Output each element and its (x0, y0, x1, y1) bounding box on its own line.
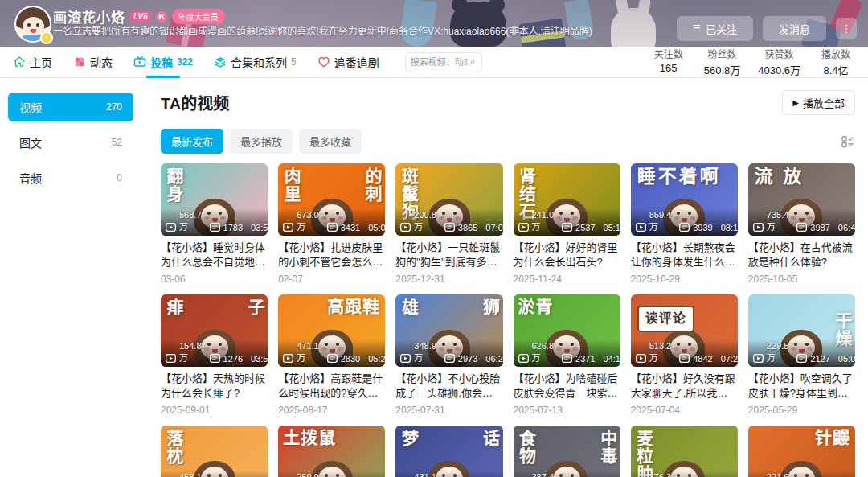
followed-button[interactable]: ☰ 已关注 (677, 16, 753, 41)
video-thumbnail[interactable]: 睡不着啊 859.4万 3939 08:14 (631, 163, 738, 236)
play-count: 458.1万 (179, 472, 202, 477)
sidebar-item-videos[interactable]: 视频 270 (8, 93, 133, 121)
video-thumbnail[interactable]: 梦 话 431.1万 5665 05:21 (395, 426, 502, 477)
video-title[interactable]: 【花小烙】好久没有跟大家聊天了,所以我们来读评论吧! (631, 372, 738, 401)
video-thumbnail[interactable]: 雄 狮 348.9万 2973 06:24 (395, 294, 502, 367)
search-input[interactable] (411, 57, 467, 67)
danmaku-count-icon (327, 223, 338, 232)
tab-uploads[interactable]: 投稿 322 (133, 47, 193, 78)
play-count-icon (400, 354, 411, 363)
video-card[interactable]: 睡不着啊 859.4万 3939 08:14 【花小烙】长期熬夜会让你的身体发生… (631, 163, 738, 285)
collections-count: 5 (291, 56, 297, 68)
video-thumbnail[interactable]: 土拨鼠 259.9万 2117 05:27 (278, 426, 385, 477)
tab-dynamics[interactable]: 动态 (73, 47, 113, 78)
video-thumbnail[interactable]: 落枕 458.1万 3598 04:26 (161, 426, 268, 477)
video-card[interactable]: 干燥 229.5万 2127 05:07 【花小烙】吹空调久了皮肤干燥?身体里到… (748, 294, 855, 416)
play-count: 387.4万 (532, 472, 555, 477)
video-card[interactable]: 梦 话 431.1万 5665 05:21 【花小烙】睡觉的时候为什么会突然说梦… (395, 426, 502, 477)
tab-home[interactable]: 主页 (13, 47, 52, 78)
video-thumbnail[interactable]: 针鼹 221.6万 1890 06:33 (748, 426, 855, 477)
video-thumbnail[interactable]: 肉里 的刺 673.0万 3431 05:09 (278, 163, 385, 236)
thumbnail-stats: 626.8万 2371 04:16 (514, 339, 620, 367)
more-options-button[interactable]: ⋮ (836, 18, 857, 39)
filter-newest[interactable]: 最新发布 (161, 129, 223, 154)
video-title[interactable]: 【花小烙】一只雄斑鬣狗的"狗生"到底有多惨? (395, 241, 502, 269)
video-title[interactable]: 【花小烙】长期熬夜会让你的身体发生什么改变? (631, 241, 738, 269)
sidebar-item-articles[interactable]: 图文 52 (8, 128, 133, 157)
video-card[interactable]: 麦粒肿 376.3万 1771 05:01 【花小烙】眼皮上为什么会突然长麦粒肿… (631, 426, 738, 477)
sidebar-item-audio[interactable]: 音频 0 (8, 163, 133, 192)
search-box[interactable]: ⌕ (405, 52, 482, 72)
filter-most-played[interactable]: 最多播放 (230, 129, 293, 154)
play-count: 221.6万 (767, 472, 789, 477)
video-duration: 04:16 (604, 354, 620, 364)
danmaku-count-icon (562, 354, 572, 363)
video-thumbnail[interactable]: 肾结石 241.0万 2537 05:12 (514, 163, 620, 236)
danmaku-count: 2537 (575, 223, 595, 232)
stat-following[interactable]: 关注数 165 (651, 47, 686, 77)
video-thumbnail[interactable]: 高跟鞋 471.1万 2830 05:22 (278, 294, 385, 367)
video-title[interactable]: 【花小烙】天热的时候为什么会长痱子? (161, 372, 268, 401)
video-date: 2025-09-01 (161, 405, 268, 416)
search-icon[interactable]: ⌕ (470, 56, 476, 68)
tab-collections[interactable]: 合集和系列 5 (214, 47, 297, 78)
video-card[interactable]: 痱 子 154.8万 1276 03:58 【花小烙】天热的时候为什么会长痱子?… (161, 294, 268, 416)
thumbnail-title-art: 落枕 (165, 430, 182, 465)
video-card[interactable]: 肉里 的刺 673.0万 3431 05:09 【花小烙】扎进皮肤里的小刺不管它… (278, 163, 385, 285)
thumbnail-title-art: 子 (246, 298, 264, 316)
video-title[interactable]: 【花小烙】不小心投胎成了一头雄狮,你会过上什么样的狮生? (395, 372, 502, 401)
play-count-icon (753, 354, 764, 363)
video-card[interactable]: 斑鬣狗 200.8万 3865 07:04 【花小烙】一只雄斑鬣狗的"狗生"到底… (395, 163, 502, 285)
video-title[interactable]: 【花小烙】为啥磕碰后皮肤会变得青一块紫一块黄一块? (514, 372, 620, 401)
video-thumbnail[interactable]: 流 放 735.4万 3987 06:48 (748, 163, 855, 236)
video-card[interactable]: 翻身 568.7万 1783 03:50 【花小烙】睡觉时身体为什么总会不自觉地… (161, 163, 268, 285)
video-card[interactable]: 食物 中毒 387.4万 3235 05:29 【花小烙】不小心食物中毒,身体里… (514, 426, 620, 477)
tab-bangumi[interactable]: 追番追剧 (317, 47, 379, 78)
charge-badge-icon: ⚡ (40, 31, 53, 44)
vip-badge[interactable]: 年度大会员 (172, 9, 225, 24)
video-thumbnail[interactable]: 干燥 229.5万 2127 05:07 (748, 294, 855, 367)
video-card[interactable]: 读评论 513.2万 4842 07:23 【花小烙】好久没有跟大家聊天了,所以… (631, 294, 738, 416)
send-message-button[interactable]: 发消息 (763, 16, 826, 41)
filter-most-favorited[interactable]: 最多收藏 (299, 129, 362, 154)
video-thumbnail[interactable]: 麦粒肿 376.3万 1771 05:01 (631, 426, 738, 477)
video-card[interactable]: 土拨鼠 259.9万 2117 05:27 【花小烙】土拨鼠:草原小胖墩很可爱,… (278, 426, 385, 477)
video-title[interactable]: 【花小烙】高跟鞋是什么时候出现的?穿久了身体会发生什么改变? (278, 372, 385, 401)
video-thumbnail[interactable]: 斑鬣狗 200.8万 3865 07:04 (395, 163, 502, 236)
thumbnail-stats: 241.0万 2537 05:12 (514, 208, 620, 236)
play-all-button[interactable]: ▶ 播放全部 (782, 90, 855, 115)
thumbnail-title-art: 雄 (399, 298, 417, 316)
video-title[interactable]: 【花小烙】在古代被流放是种什么体验? (748, 241, 855, 269)
video-thumbnail[interactable]: 翻身 568.7万 1783 03:50 (161, 163, 268, 236)
play-count: 431.1万 (414, 472, 436, 477)
danmaku-count-icon (562, 223, 572, 232)
video-title[interactable]: 【花小烙】睡觉时身体为什么总会不自觉地翻身? (161, 241, 268, 269)
video-duration: 07:04 (485, 223, 502, 232)
video-card[interactable]: 流 放 735.4万 3987 06:48 【花小烙】在古代被流放是种什么体验?… (748, 163, 855, 285)
video-card[interactable]: 肾结石 241.0万 2537 05:12 【花小烙】好好的肾里为什么会长出石头… (514, 163, 620, 285)
play-count: 200.8万 (414, 210, 436, 232)
stat-likes[interactable]: 获赞数 4030.6万 (758, 47, 800, 77)
layers-icon (214, 56, 227, 68)
video-card[interactable]: 雄 狮 348.9万 2973 06:24 【花小烙】不小心投胎成了一头雄狮,你… (395, 294, 502, 416)
video-title[interactable]: 【花小烙】扎进皮肤里的小刺不管它会怎么样? (278, 241, 385, 269)
video-thumbnail[interactable]: 食物 中毒 387.4万 3235 05:29 (514, 426, 620, 477)
video-card[interactable]: 淤青 626.8万 2371 04:16 【花小烙】为啥磕碰后皮肤会变得青一块紫… (514, 294, 620, 416)
thumbnail-stats: 431.1万 5665 05:21 (395, 471, 502, 477)
list-view-toggle-icon[interactable] (841, 134, 855, 149)
video-thumbnail[interactable]: 痱 子 154.8万 1276 03:58 (161, 294, 268, 367)
stat-plays[interactable]: 播放数 8.4亿 (818, 47, 854, 77)
video-title[interactable]: 【花小烙】吹空调久了皮肤干燥?身体里到底发生了什么! (748, 372, 855, 401)
video-card[interactable]: 高跟鞋 471.1万 2830 05:22 【花小烙】高跟鞋是什么时候出现的?穿… (278, 294, 385, 416)
video-card[interactable]: 针鼹 221.6万 1890 06:33 【花小烙】说起神奇动物,针鼹必须算一个… (748, 426, 855, 477)
thumbnail-title-art: 痱 (165, 298, 182, 316)
avatar[interactable]: ⚡ (14, 6, 51, 43)
stat-followers[interactable]: 粉丝数 560.8万 (704, 47, 741, 77)
video-card[interactable]: 落枕 458.1万 3598 04:26 【花小烙】为什么睡觉的时候会落枕? 2… (161, 426, 268, 477)
clover-icon (73, 56, 86, 68)
video-thumbnail[interactable]: 淤青 626.8万 2371 04:16 (514, 294, 620, 367)
video-date: 2025-07-31 (395, 405, 502, 416)
menu-icon: ☰ (693, 23, 701, 34)
video-title[interactable]: 【花小烙】好好的肾里为什么会长出石头? (514, 241, 620, 269)
video-thumbnail[interactable]: 读评论 513.2万 4842 07:23 (631, 294, 738, 367)
